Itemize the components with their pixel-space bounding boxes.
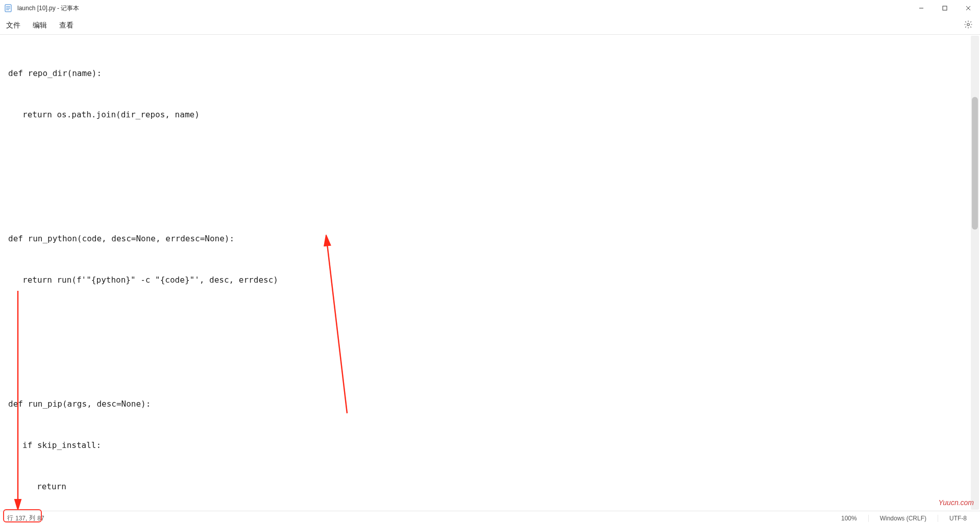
code-line: def run_python(code, desc=None, errdesc=… [8, 232, 972, 245]
notepad-icon [4, 4, 12, 12]
menu-view[interactable]: 查看 [59, 21, 74, 30]
status-line-label: 行 [7, 514, 13, 522]
status-col-value: 87 [37, 515, 44, 522]
blank-line [8, 356, 972, 369]
svg-point-8 [967, 23, 970, 26]
watermark: Yuucn.com [938, 498, 974, 507]
code-line: return run(f'"{python}" -c "{code}"', de… [8, 273, 972, 287]
blank-line [8, 190, 972, 204]
close-button[interactable] [957, 0, 980, 16]
gear-icon[interactable] [964, 20, 973, 31]
menu-edit[interactable]: 编辑 [33, 21, 47, 30]
status-line-value: 137, [15, 515, 27, 522]
code-line: def run_pip(args, desc=None): [8, 397, 972, 411]
code-line: def repo_dir(name): [8, 66, 972, 80]
status-encoding: UTF-8 [938, 515, 978, 522]
blank-line [8, 314, 972, 328]
titlebar: launch [10].py - 记事本 [0, 0, 980, 16]
window-title: launch [10].py - 记事本 [17, 4, 79, 13]
code-line: return os.path.join(dir_repos, name) [8, 108, 972, 121]
statusbar: 行 137, 列 87 100% Windows (CRLF) UTF-8 [0, 511, 980, 525]
blank-line [8, 149, 972, 163]
status-zoom[interactable]: 100% [830, 515, 868, 522]
status-col-label: 列 [29, 514, 35, 522]
svg-rect-5 [943, 6, 947, 10]
minimize-button[interactable] [910, 0, 933, 16]
editor-area[interactable]: def repo_dir(name): return os.path.join(… [0, 35, 980, 511]
status-position: 行 137, 列 87 [2, 514, 44, 522]
status-right: 100% Windows (CRLF) UTF-8 [830, 515, 978, 522]
menu-file[interactable]: 文件 [6, 21, 20, 30]
code-line: if skip_install: [8, 438, 972, 452]
maximize-button[interactable] [933, 0, 957, 16]
menubar: 文件 编辑 查看 [0, 16, 980, 35]
status-eol: Windows (CRLF) [868, 515, 938, 522]
code-line: return [8, 480, 972, 493]
window-controls [910, 0, 980, 16]
scrollbar-thumb[interactable] [972, 97, 978, 230]
vertical-scrollbar[interactable] [971, 36, 979, 510]
